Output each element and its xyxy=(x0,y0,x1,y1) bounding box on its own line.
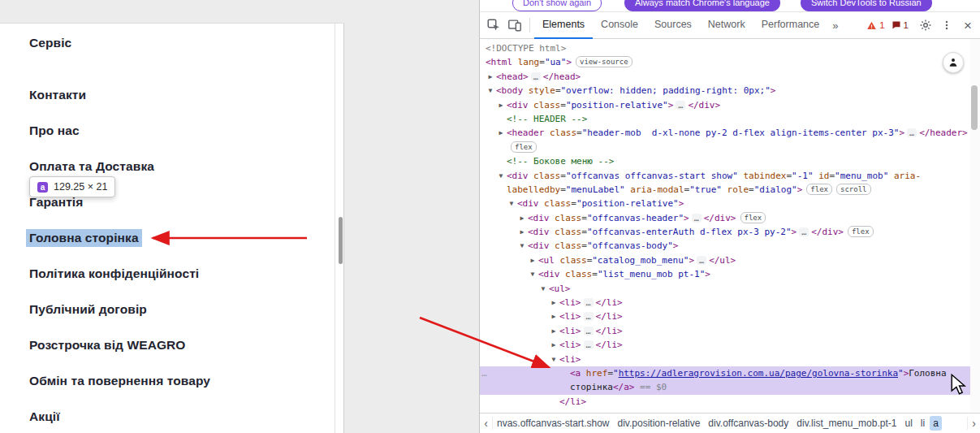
disclosure-arrow[interactable]: ▼ xyxy=(497,169,505,183)
disclosure-arrow[interactable]: ▼ xyxy=(550,353,558,366)
disclosure-arrow[interactable]: ▶ xyxy=(529,253,537,267)
collapsed-content-ellipsis[interactable]: … xyxy=(799,227,809,236)
dom-tree-line[interactable]: ▼<div class="offcanvas offcanvas-start s… xyxy=(480,169,970,183)
dom-tree-line[interactable]: ▼<div class="position-relative"> xyxy=(480,197,970,210)
dom-tree-line[interactable]: ▶<header class="header-mob d-xl-none py-… xyxy=(480,126,970,140)
collapsed-content-ellipsis[interactable]: … xyxy=(697,256,706,265)
view-source-badge[interactable]: view-source xyxy=(576,56,632,67)
disclosure-arrow[interactable]: ▼ xyxy=(486,84,494,97)
breadcrumb-scroll-right-icon[interactable]: › xyxy=(967,417,980,430)
disclosure-arrow[interactable]: ▶ xyxy=(518,211,526,225)
disclosure-arrow[interactable]: ▼ xyxy=(529,267,537,281)
inspect-element-icon[interactable] xyxy=(483,15,504,36)
breadcrumb-a[interactable]: a xyxy=(930,416,942,431)
menu-item-обмін-та-повернення-товару[interactable]: Обмін та повернення товару xyxy=(29,374,210,390)
collapsed-content-ellipsis[interactable]: … xyxy=(584,298,594,307)
issues-badge[interactable]: 1 xyxy=(891,20,909,30)
breadcrumb-div-offcanvas-body[interactable]: div.offcanvas-body xyxy=(705,416,792,431)
menu-item-контакти[interactable]: Контакти xyxy=(29,88,210,104)
infobar-button-always-match-chrome-s-language[interactable]: Always match Chrome's language xyxy=(624,0,780,11)
breadcrumb-div-position-relative[interactable]: div.position-relative xyxy=(615,416,704,431)
collapsed-content-ellipsis[interactable]: … xyxy=(692,214,702,223)
devtools-scrollbar-thumb[interactable] xyxy=(971,85,978,130)
gutter-ellipsis[interactable]: … xyxy=(481,366,487,380)
dom-tree-line[interactable]: ▶<ul class="catalog_mob_menu">…</ul> xyxy=(480,253,970,267)
dom-tree-line[interactable]: ▼<ul> xyxy=(480,282,970,296)
scroll-badge[interactable]: scroll xyxy=(836,184,871,195)
dom-tree-line[interactable]: ▼<div class="offcanvas-body"> xyxy=(480,239,970,253)
collapsed-content-ellipsis[interactable]: … xyxy=(907,128,917,137)
menu-item-публічний-договір[interactable]: Публічний договір xyxy=(29,302,210,318)
disclosure-arrow[interactable]: ▶ xyxy=(486,70,494,84)
menu-item-головна-сторінка[interactable]: Головна сторінка xyxy=(29,231,210,247)
collapsed-content-ellipsis[interactable]: … xyxy=(531,72,541,81)
collapsed-content-ellipsis[interactable]: … xyxy=(584,327,594,336)
dom-tree-line[interactable]: ▶<li>…</li> xyxy=(480,338,970,352)
dom-tree-line[interactable]: <!DOCTYPE html> xyxy=(480,41,970,55)
dom-tree-line[interactable]: ▶<li>…</li> xyxy=(480,296,970,310)
flex-badge[interactable]: flex xyxy=(806,184,832,195)
menu-item-розстрочка-від-weagro[interactable]: Розстрочка від WEAGRO xyxy=(29,338,210,354)
dom-tree-line[interactable]: сторінка</a> == $0 xyxy=(480,380,970,394)
breadcrumb-div-list-menu-mob-pt-1[interactable]: div.list_menu_mob.pt-1 xyxy=(793,416,900,431)
flex-badge[interactable]: flex xyxy=(848,226,874,237)
flex-badge[interactable]: flex xyxy=(511,141,537,153)
tab-elements[interactable]: Elements xyxy=(534,12,593,39)
breadcrumb-nvas-offcanvas-start-show[interactable]: nvas.offcanvas-start.show xyxy=(494,416,613,431)
dom-tree-line[interactable]: ▶<li>…</li> xyxy=(480,310,970,323)
disclosure-arrow[interactable]: ▼ xyxy=(539,282,547,296)
dom-tree-line[interactable]: ▶<div class="position-relative">…</div> xyxy=(480,98,970,112)
tab-sources[interactable]: Sources xyxy=(646,12,700,39)
accessibility-person-icon[interactable] xyxy=(943,52,964,73)
menu-item-сервіс[interactable]: Сервіс xyxy=(29,36,210,52)
attribute-link[interactable]: https://adleragrovision.com.ua/page/golo… xyxy=(619,368,898,379)
more-tabs-button[interactable]: » xyxy=(827,19,843,32)
dom-tree-line[interactable]: <!-- HEADER --> xyxy=(480,112,970,126)
collapsed-content-ellipsis[interactable]: … xyxy=(676,101,685,110)
menu-item-про-нас[interactable]: Про нас xyxy=(29,123,210,140)
tab-console[interactable]: Console xyxy=(593,12,646,39)
dom-tree-line[interactable]: ▶<head>…</head> xyxy=(480,70,970,84)
dom-tree-line[interactable]: ▼<li> xyxy=(480,353,970,366)
breadcrumb-scroll-left-icon[interactable]: ‹ xyxy=(480,417,493,430)
settings-gear-icon[interactable] xyxy=(915,15,936,36)
disclosure-arrow[interactable]: ▶ xyxy=(518,225,526,239)
breadcrumb-li[interactable]: li xyxy=(917,416,928,431)
disclosure-arrow[interactable]: ▶ xyxy=(550,324,558,338)
menu-item-оплата-та-доставка[interactable]: Оплата та Доставка xyxy=(29,159,210,175)
error-badge[interactable]: 1 xyxy=(866,20,884,31)
disclosure-arrow[interactable]: ▼ xyxy=(507,197,516,210)
disclosure-arrow[interactable]: ▶ xyxy=(497,98,505,112)
kebab-menu-icon[interactable] xyxy=(936,15,957,36)
menu-item-акції[interactable]: Акції xyxy=(29,409,210,426)
offcanvas-scrollbar-thumb[interactable] xyxy=(339,217,343,264)
dom-tree-line[interactable]: ▼<div class="list_menu_mob pt-1"> xyxy=(480,267,970,281)
close-devtools-icon[interactable]: × xyxy=(957,15,978,36)
menu-item-політика-конфіденційності[interactable]: Політика конфіденційності xyxy=(29,266,210,283)
infobar-button-switch-devtools-to-russian[interactable]: Switch DevTools to Russian xyxy=(801,0,932,11)
collapsed-content-ellipsis[interactable]: … xyxy=(584,312,594,321)
dom-tree-line[interactable]: …<a href="https://adleragrovision.com.ua… xyxy=(480,366,970,380)
tab-performance[interactable]: Performance xyxy=(753,12,828,39)
dom-tree-line[interactable]: labelledby="menuLabel" aria-modal="true"… xyxy=(480,183,970,197)
dom-tree-line[interactable]: <!-- Бокове меню --> xyxy=(480,154,970,168)
infobar-button-don-t-show-again[interactable]: Don't show again xyxy=(512,0,602,11)
disclosure-arrow[interactable]: ▶ xyxy=(550,338,558,352)
dom-tree-line[interactable]: ▶<div class="offcanvas-header">…</div>fl… xyxy=(480,211,970,225)
device-toolbar-icon[interactable] xyxy=(504,15,525,36)
dom-tree-line[interactable]: flex xyxy=(480,141,970,154)
dom-tree-line[interactable]: <html lang="ua">view-source xyxy=(480,55,970,69)
disclosure-arrow[interactable]: ▼ xyxy=(518,239,526,253)
collapsed-content-ellipsis[interactable]: … xyxy=(584,340,594,349)
dom-tree-line[interactable]: ▼<body style="overflow: hidden; padding-… xyxy=(480,84,970,97)
flex-badge[interactable]: flex xyxy=(740,212,766,223)
disclosure-arrow[interactable]: ▶ xyxy=(550,310,558,323)
dom-tree-line[interactable]: </li> xyxy=(480,395,970,409)
dom-tree-line[interactable]: ▶<div class="offcanvas-enterAuth d-flex … xyxy=(480,225,970,239)
tab-network[interactable]: Network xyxy=(700,12,753,39)
dom-tree-line[interactable]: ▶<li>…</li> xyxy=(480,324,970,338)
breadcrumb-ul[interactable]: ul xyxy=(901,416,915,431)
disclosure-arrow[interactable]: ▶ xyxy=(497,126,505,140)
disclosure-arrow[interactable]: ▶ xyxy=(550,296,558,310)
menu-item-гарантія[interactable]: Гарантія xyxy=(29,195,210,211)
